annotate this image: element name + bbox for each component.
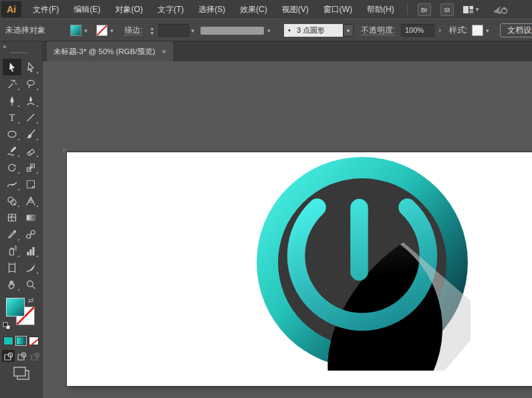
fill-color-swatch[interactable] [70, 25, 82, 36]
line-segment-tool[interactable] [21, 109, 40, 126]
app-logo: Ai [1, 1, 21, 17]
curvature-tool[interactable] [21, 92, 40, 109]
symbol-sprayer-tool[interactable] [3, 242, 21, 259]
shaper-tool[interactable] [3, 142, 21, 159]
none-slash-icon [97, 25, 107, 35]
default-fill-stroke-icon[interactable] [3, 321, 11, 333]
menubar-separator [407, 4, 408, 15]
ellipse-tool[interactable] [3, 126, 21, 142]
menu-select[interactable]: 选择(S) [191, 0, 233, 19]
workspace-switcher[interactable]: ▾ [462, 5, 479, 15]
zoom-tool[interactable] [21, 276, 40, 292]
perspective-grid-tool[interactable] [21, 192, 40, 209]
stock-button[interactable]: St [440, 3, 454, 16]
opacity-label[interactable]: 不透明度: [361, 25, 395, 35]
none-slash-icon [29, 339, 38, 347]
menu-bar: Ai 文件(F) 编辑(E) 对象(O) 文字(T) 选择(S) 效果(C) 视… [0, 0, 532, 19]
gradient-tool[interactable] [21, 209, 40, 226]
menu-window[interactable]: 窗口(W) [316, 0, 360, 19]
menu-file[interactable]: 文件(F) [25, 0, 66, 19]
swatch-area: ⇄ [0, 295, 43, 398]
menu-view[interactable]: 视图(V) [275, 0, 316, 19]
brush-chevron-icon[interactable]: ▾ [343, 24, 354, 37]
eyedropper-tool[interactable] [3, 226, 21, 242]
share-power-icon[interactable] [492, 3, 509, 15]
stroke-weight-stepper[interactable]: ▲▼ [148, 25, 156, 36]
stroke-weight-chevron-icon[interactable]: ▾ [191, 27, 194, 34]
hand-tool[interactable] [3, 276, 21, 292]
magic-wand-tool[interactable] [3, 75, 21, 92]
brush-name: 3 点圆形 [297, 26, 325, 34]
selection-tool[interactable] [3, 59, 21, 75]
document-title: 未标题-3* @ 50% (RGB/预览) [53, 47, 155, 57]
appearance-buttons [3, 337, 39, 345]
direct-selection-tool[interactable] [21, 59, 40, 75]
gradient-button[interactable] [16, 337, 26, 345]
tool-panel: « T [0, 41, 43, 398]
canvas-pasteboard[interactable] [43, 61, 532, 398]
fill-swatch[interactable] [6, 298, 25, 317]
svg-text:T: T [9, 113, 15, 123]
power-button-artwork[interactable] [254, 154, 471, 371]
stroke-color-swatch[interactable] [96, 25, 108, 36]
document-tab-bar: 未标题-3* @ 50% (RGB/预览) × [43, 41, 532, 61]
draw-inside-button[interactable] [29, 350, 41, 362]
document-setup-button[interactable]: 文档设置 [500, 23, 532, 37]
width-profile-dropdown[interactable] [201, 27, 264, 35]
style-chevron-icon[interactable]: ▾ [486, 27, 489, 34]
menu-type[interactable]: 文字(T) [150, 0, 191, 19]
menu-help[interactable]: 帮助(H) [360, 0, 402, 19]
document-tab[interactable]: 未标题-3* @ 50% (RGB/预览) × [47, 41, 173, 61]
artboard-tool[interactable] [3, 259, 21, 276]
tool-grid: T [3, 59, 40, 292]
menu-object[interactable]: 对象(O) [108, 0, 150, 19]
fill-chevron-icon[interactable]: ▾ [84, 27, 88, 34]
pen-tool[interactable] [3, 92, 21, 109]
shape-builder-tool[interactable] [3, 192, 21, 209]
color-button[interactable] [3, 337, 13, 345]
tab-close-icon[interactable]: × [162, 47, 166, 55]
stroke-weight-label[interactable]: 描边: [124, 25, 142, 35]
selection-status: 未选择对象 [5, 19, 45, 41]
swap-fill-stroke-icon[interactable]: ⇄ [28, 296, 33, 304]
draw-normal-button[interactable] [2, 350, 15, 362]
width-tool[interactable] [3, 176, 21, 192]
opacity-value[interactable]: 100% [401, 24, 434, 37]
blend-tool[interactable] [21, 226, 40, 242]
eraser-tool[interactable] [21, 142, 40, 159]
drawing-modes [2, 350, 41, 362]
draw-behind-button[interactable] [15, 350, 28, 362]
mesh-tool[interactable] [3, 209, 21, 226]
brush-dropdown[interactable]: • 3 点圆形 [284, 24, 343, 37]
brush-bullet: • [288, 26, 291, 34]
opacity-arrow-icon[interactable]: › [438, 19, 441, 41]
scale-tool[interactable] [21, 159, 40, 176]
free-transform-tool[interactable] [21, 176, 40, 192]
none-button[interactable] [29, 337, 39, 345]
screen-mode-button[interactable] [13, 366, 30, 383]
column-graph-tool[interactable] [21, 242, 40, 259]
rotate-tool[interactable] [3, 159, 21, 176]
workspace-switcher-icon [462, 5, 474, 15]
control-bar: 未选择对象 ▾ ▾ 描边: ▲▼ ▾ ▾ • 3 点圆形 ▾ 不透明度: 100… [0, 19, 532, 41]
lasso-tool[interactable] [21, 75, 40, 92]
menu-edit[interactable]: 编辑(E) [66, 0, 108, 19]
stroke-chevron-icon[interactable]: ▾ [110, 27, 114, 34]
type-tool[interactable]: T [3, 109, 21, 126]
style-swatch[interactable] [472, 25, 483, 36]
panel-grip[interactable] [11, 52, 28, 53]
collapse-panel-icon[interactable]: « [3, 43, 7, 50]
slice-tool[interactable] [21, 259, 40, 276]
style-label: 样式: [449, 19, 467, 41]
paintbrush-tool[interactable] [21, 126, 40, 142]
bridge-button[interactable]: Br [418, 3, 431, 16]
profile-chevron-icon[interactable]: ▾ [267, 27, 271, 34]
stroke-weight-value[interactable] [158, 24, 189, 37]
menu-effect[interactable]: 效果(C) [233, 0, 275, 19]
